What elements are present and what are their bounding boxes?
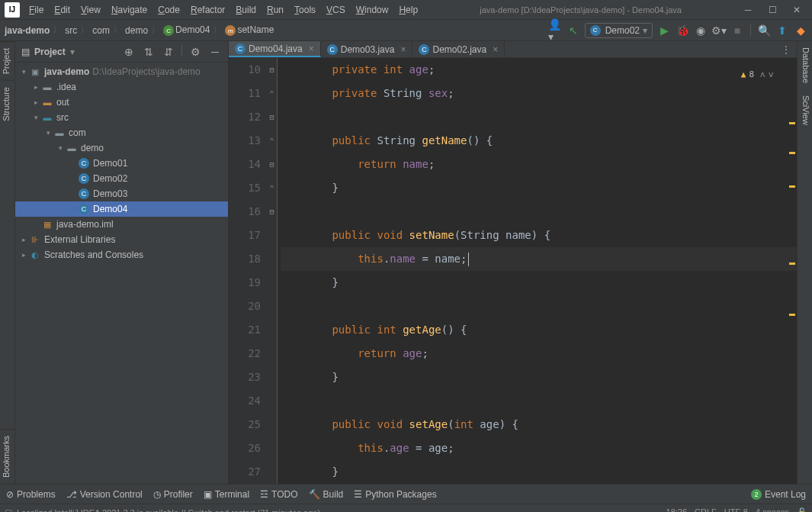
minimize-button[interactable]: ─ — [739, 2, 757, 18]
structure-toolwindow-tab[interactable]: Structure — [0, 80, 14, 127]
tree-folder-demo[interactable]: ▾▬ demo — [15, 140, 228, 156]
bookmarks-toolwindow-tab[interactable]: Bookmarks — [0, 429, 14, 484]
menu-edit[interactable]: Edit — [50, 2, 75, 18]
tab-Demo03.java[interactable]: CDemo03.java× — [321, 41, 413, 57]
build-toolwindow[interactable]: 🔨Build — [309, 489, 344, 500]
line-separator[interactable]: CRLF — [695, 507, 717, 512]
editor-tabs: CDemo04.java×CDemo03.java×CDemo02.java×⋮ — [229, 41, 797, 58]
tree-external-libraries[interactable]: ▸⊪ External Libraries — [15, 232, 228, 247]
menu-file[interactable]: File — [24, 2, 48, 18]
sidebar-title: Project — [34, 47, 66, 57]
menu-run[interactable]: Run — [262, 2, 288, 18]
menu-code[interactable]: Code — [153, 2, 185, 18]
fold-icon[interactable]: ⊟ — [267, 153, 277, 176]
update-icon[interactable]: ⬆ — [775, 24, 789, 37]
tree-class-demo03[interactable]: C Demo03 — [15, 186, 228, 201]
profile-icon[interactable]: ⚙▾ — [712, 24, 726, 37]
eventlog-toolwindow[interactable]: Event Log — [765, 489, 806, 500]
ide-icon[interactable]: ◆ — [794, 24, 807, 37]
coverage-icon[interactable]: ◉ — [694, 24, 708, 37]
window-title: java-demo [D:\IdeaProjects\java-demo] - … — [422, 5, 739, 14]
event-count-badge: 2 — [751, 489, 762, 500]
menubar: FileEditViewNavigateCodeRefactorBuildRun… — [24, 2, 422, 18]
project-toolwindow-tab[interactable]: Project — [0, 41, 14, 80]
fold-icon[interactable]: ⊟ — [267, 200, 277, 224]
back-icon[interactable]: ↖ — [566, 24, 580, 37]
tree-class-demo04[interactable]: C Demo04 — [15, 201, 228, 217]
add-user-icon[interactable]: 👤▾ — [548, 24, 562, 37]
tab-menu-icon[interactable]: ⋮ — [775, 44, 797, 55]
breadcrumb-item[interactable]: demo — [125, 25, 148, 36]
menu-refactor[interactable]: Refactor — [186, 2, 229, 18]
run-config-label: Demo02 — [605, 25, 640, 36]
tree-class-demo02[interactable]: C Demo02 — [15, 171, 228, 186]
collapse-icon[interactable]: ⇵ — [162, 45, 175, 59]
tree-file-iml[interactable]: ▦ java-demo.iml — [15, 217, 228, 232]
fold-icon[interactable]: ⌃ — [267, 129, 277, 153]
menu-build[interactable]: Build — [231, 2, 261, 18]
tree-folder-idea[interactable]: ▸▬ .idea — [15, 79, 228, 95]
breadcrumb-item[interactable]: com — [92, 25, 110, 36]
run-config-selector[interactable]: C Demo02 ▾ — [585, 23, 653, 38]
terminal-toolwindow[interactable]: ▣Terminal — [204, 489, 249, 500]
search-icon[interactable]: 🔍 — [757, 24, 771, 37]
vcs-toolwindow[interactable]: ⎇Version Control — [66, 489, 143, 500]
fold-icon[interactable]: ⊟ — [267, 58, 277, 82]
breadcrumb-item[interactable]: java-demo — [5, 25, 50, 36]
database-toolwindow-tab[interactable]: Database — [798, 41, 812, 89]
hide-icon[interactable]: ─ — [208, 45, 222, 59]
file-encoding[interactable]: UTF-8 — [724, 507, 748, 512]
menu-window[interactable]: Window — [351, 2, 393, 18]
menu-view[interactable]: View — [76, 2, 105, 18]
warning-icon: ▲ — [741, 63, 746, 86]
tree-folder-src[interactable]: ▾▬ src — [15, 110, 228, 125]
stop-icon[interactable]: ■ — [730, 24, 744, 37]
tab-Demo02.java[interactable]: CDemo02.java× — [412, 41, 505, 57]
warning-count: 8 — [749, 63, 754, 86]
sciview-toolwindow-tab[interactable]: SciView — [798, 89, 812, 131]
fold-icon[interactable]: ⌃ — [267, 176, 277, 200]
tab-Demo04.java[interactable]: CDemo04.java× — [229, 41, 321, 57]
breadcrumb: java-demo〉src〉com〉demo〉CDemo04〉msetName — [5, 24, 274, 37]
problems-toolwindow[interactable]: ⊘Problems — [6, 489, 56, 500]
app-icon: IJ — [5, 2, 20, 18]
run-icon[interactable]: ▶ — [657, 24, 671, 37]
close-button[interactable]: ✕ — [788, 2, 806, 18]
sidebar-icon: ▤ — [21, 47, 30, 57]
profiler-toolwindow[interactable]: ◷Profiler — [153, 489, 193, 500]
close-icon[interactable]: × — [493, 44, 498, 55]
indent-setting[interactable]: 4 spaces — [756, 507, 789, 512]
menu-help[interactable]: Help — [394, 2, 422, 18]
breadcrumb-item[interactable]: CDemo04 — [163, 24, 210, 37]
project-tree: ▾▣ java-demo D:\IdeaProjects\java-demo ▸… — [15, 63, 228, 484]
menu-vcs[interactable]: VCS — [322, 2, 350, 18]
todo-toolwindow[interactable]: ☲TODO — [260, 489, 297, 500]
close-icon[interactable]: × — [309, 43, 314, 54]
menu-tools[interactable]: Tools — [290, 2, 320, 18]
breadcrumb-item[interactable]: src — [65, 25, 77, 36]
tree-folder-com[interactable]: ▾▬ com — [15, 125, 228, 140]
fold-icon[interactable]: ⌃ — [267, 82, 277, 105]
status-message: Localized IntelliJ IDEA 2021.3.3 is avai… — [17, 508, 320, 513]
close-icon[interactable]: × — [400, 44, 406, 55]
tree-class-demo01[interactable]: C Demo01 — [15, 156, 228, 171]
gear-icon[interactable]: ⚙ — [188, 45, 202, 59]
select-opened-icon[interactable]: ⊕ — [122, 45, 136, 59]
code-editor[interactable]: 101112131415161718192021222324252627 ⊟⌃⊟… — [229, 58, 797, 484]
readonly-icon[interactable]: 🔓 — [797, 507, 807, 512]
python-toolwindow[interactable]: ☰Python Packages — [354, 489, 436, 500]
tree-folder-out[interactable]: ▸▬ out — [15, 95, 228, 110]
toolwindow-toggle-icon[interactable]: ▢ — [5, 507, 12, 512]
scroll-marks — [788, 58, 797, 484]
tree-root[interactable]: ▾▣ java-demo D:\IdeaProjects\java-demo — [15, 64, 228, 79]
maximize-button[interactable]: ☐ — [763, 2, 782, 18]
inspection-badge[interactable]: ▲ 8 ᴧ ᴠ — [741, 63, 774, 86]
debug-icon[interactable]: 🐞 — [676, 24, 689, 37]
breadcrumb-item[interactable]: msetName — [225, 24, 274, 37]
tree-scratches[interactable]: ▸◐ Scratches and Consoles — [15, 247, 228, 262]
caret-position[interactable]: 18:26 — [666, 507, 688, 512]
fold-icon[interactable]: ⊟ — [267, 105, 277, 129]
expand-icon[interactable]: ⇅ — [142, 45, 156, 59]
menu-navigate[interactable]: Navigate — [107, 2, 152, 18]
